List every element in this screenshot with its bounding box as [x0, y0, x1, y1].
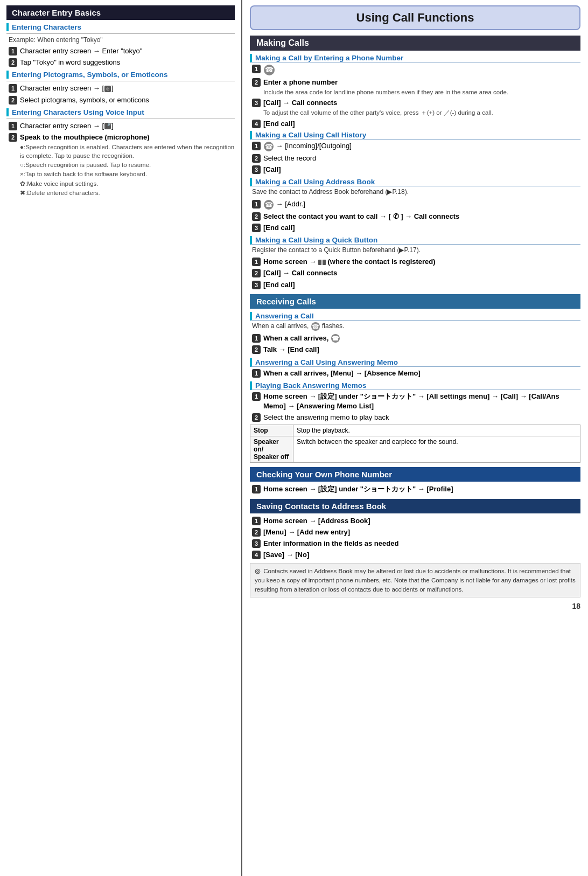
right-quick-step-2: 2 [Call] → Call connects — [252, 268, 580, 278]
playback-options-table: Stop Stop the playback. Speaker on/Speak… — [250, 425, 580, 463]
table-cell-key: Speaker on/Speaker off — [250, 436, 293, 463]
answering-call-header: Answering a Call — [250, 312, 580, 321]
right-saving-step-3: 3 Enter information in the fields as nee… — [252, 539, 580, 548]
svg-rect-10 — [318, 260, 321, 265]
left-step-2c: 2 Speak to the mouthpiece (microphone) ●… — [9, 133, 235, 197]
table-cell-key: Stop — [250, 425, 293, 436]
left-step-1a: 1 Character entry screen → Enter "tokyo" — [9, 46, 235, 56]
left-step-2b: 2 Select pictograms, symbols, or emotico… — [9, 95, 235, 105]
left-step-1b: 1 Character entry screen → [☺] — [9, 84, 235, 93]
right-checking-step-1: 1 Home screen → [設定] under "ショートカット" → [… — [252, 484, 580, 494]
left-step-1c: 1 Character entry screen → [🎤] — [9, 121, 235, 131]
right-saving-step-2: 2 [Menu] → [Add new entry] — [252, 527, 580, 537]
table-row: Speaker on/Speaker off Switch between th… — [250, 436, 580, 463]
voice-input-header: Entering Characters Using Voice Input — [6, 108, 235, 116]
enter-number-header: Making a Call by Entering a Phone Number — [250, 54, 580, 62]
right-history-step-3: 3 [Call] — [252, 165, 580, 175]
right-addr-step-2: 2 Select the contact you want to call → … — [252, 212, 580, 221]
svg-text:☎: ☎ — [332, 335, 339, 342]
right-quick-step-1: 1 Home screen → (where the contact is re… — [252, 257, 580, 267]
checking-header: Checking Your Own Phone Number — [250, 467, 580, 482]
answering-memo-header: Answering a Call Using Answering Memo — [250, 358, 580, 367]
right-addr-step-1: 1 ☎ → [Addr.] — [252, 199, 580, 210]
svg-text:☺: ☺ — [105, 86, 110, 92]
svg-text:☎: ☎ — [265, 66, 274, 74]
right-enter-step-2: 2 Enter a phone number Include the area … — [252, 78, 580, 96]
entering-pictograms-header: Entering Pictograms, Symbols, or Emotico… — [6, 71, 235, 79]
call-history-header: Making a Call Using Call History — [250, 131, 580, 140]
svg-text:☎: ☎ — [265, 201, 273, 208]
right-playback-step-2: 2 Select the answering memo to play back — [252, 413, 580, 422]
saving-header: Saving Contacts to Address Book — [250, 499, 580, 513]
right-enter-step-4: 4 [End call] — [252, 119, 580, 129]
right-addr-step-3: 3 [End call] — [252, 223, 580, 233]
example-text: Example: When entering "Tokyo" — [9, 36, 235, 44]
note-icon: ◎ — [255, 568, 260, 574]
right-memo-step-1: 1 When a call arrives, [Menu] → [Absence… — [252, 369, 580, 378]
left-main-title: Character Entry Basics — [6, 5, 235, 20]
right-history-step-2: 2 Select the record — [252, 154, 580, 163]
right-enter-step-1: 1 ☎ — [252, 64, 580, 76]
page-number: 18 — [250, 602, 580, 610]
left-panel: Character Entry Basics Entering Characte… — [0, 0, 242, 876]
entering-characters-header: Entering Characters — [6, 23, 235, 31]
right-playback-step-1: 1 Home screen → [設定] under "ショートカット" → [… — [252, 392, 580, 411]
table-row: Stop Stop the playback. — [250, 425, 580, 436]
right-history-step-1: 1 ☎ → [Incoming]/[Outgoing] — [252, 141, 580, 152]
page-title: Using Call Functions — [250, 5, 580, 30]
table-cell-value: Stop the playback. — [293, 425, 580, 436]
right-quick-step-3: 3 [End call] — [252, 280, 580, 290]
quick-button-preamble: Register the contact to a Quick Button b… — [252, 246, 578, 255]
playback-header: Playing Back Answering Memos — [250, 381, 580, 390]
answering-preamble: When a call arrives, ☎ flashes. — [252, 322, 578, 331]
making-calls-header: Making Calls — [250, 36, 580, 51]
quick-button-header: Making a Call Using a Quick Button — [250, 236, 580, 245]
right-saving-step-4: 4 [Save] → [No] — [252, 550, 580, 560]
right-answer-step-1: 1 When a call arrives, ☎ — [252, 333, 580, 344]
right-panel: Using Call Functions Making Calls Making… — [242, 0, 588, 876]
address-book-preamble: Save the contact to Address Book beforeh… — [252, 187, 578, 197]
svg-rect-11 — [323, 260, 326, 265]
table-cell-value: Switch between the speaker and earpiece … — [293, 436, 580, 463]
svg-text:☎: ☎ — [265, 143, 273, 150]
left-step-2a: 2 Tap "Tokyo" in word suggestions — [9, 58, 235, 67]
address-book-header: Making a Call Using Address Book — [250, 178, 580, 186]
receiving-calls-header: Receiving Calls — [250, 294, 580, 309]
svg-text:🎤: 🎤 — [104, 122, 111, 129]
right-answer-step-2: 2 Talk → [End call] — [252, 345, 580, 354]
right-enter-step-3: 3 [Call] → Call connects To adjust the c… — [252, 98, 580, 117]
svg-text:☎: ☎ — [312, 323, 319, 330]
right-saving-step-1: 1 Home screen → [Address Book] — [252, 516, 580, 526]
note-box: ◎ Contacts saved in Address Book may be … — [250, 563, 580, 597]
